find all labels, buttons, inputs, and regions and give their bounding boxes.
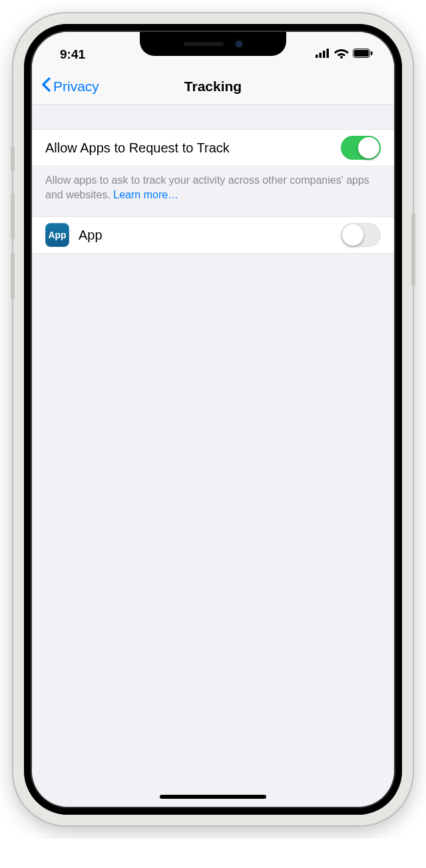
app-tracking-row: App App — [32, 216, 394, 254]
tracking-footer: Allow apps to ask to track your activity… — [32, 166, 394, 216]
allow-tracking-label: Allow Apps to Request to Track — [45, 140, 341, 156]
nav-bar: Privacy Tracking — [32, 68, 394, 105]
tracking-footer-text: Allow apps to ask to track your activity… — [45, 174, 369, 200]
mute-switch — [11, 146, 15, 172]
svg-rect-0 — [316, 55, 318, 58]
power-button — [411, 213, 415, 286]
home-indicator[interactable] — [160, 795, 266, 799]
battery-icon — [353, 49, 373, 61]
app-icon: App — [45, 223, 69, 247]
volume-down-button — [11, 253, 15, 300]
app-tracking-toggle[interactable] — [341, 223, 381, 247]
status-time: 9:41 — [60, 47, 85, 62]
learn-more-link[interactable]: Learn more… — [113, 189, 178, 200]
cellular-icon — [316, 49, 330, 61]
volume-up-button — [11, 193, 15, 240]
screen: 9:41 — [32, 32, 394, 807]
back-button[interactable]: Privacy — [41, 77, 99, 95]
phone-frame: 9:41 — [13, 13, 413, 825]
app-name-label: App — [79, 228, 341, 243]
svg-rect-6 — [354, 50, 369, 57]
notch — [140, 32, 286, 56]
chevron-left-icon — [41, 77, 51, 95]
svg-rect-1 — [320, 53, 322, 58]
svg-point-4 — [340, 56, 343, 59]
back-label: Privacy — [53, 79, 99, 95]
allow-tracking-toggle[interactable] — [341, 136, 381, 160]
allow-tracking-row: Allow Apps to Request to Track — [32, 129, 394, 166]
svg-rect-7 — [371, 51, 373, 55]
svg-rect-2 — [323, 51, 325, 58]
wifi-icon — [334, 48, 349, 61]
svg-rect-3 — [327, 49, 329, 58]
